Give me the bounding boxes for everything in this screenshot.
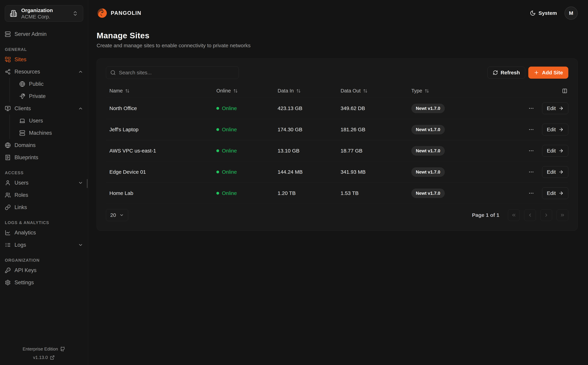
table-row: AWS VPC us-east-1 Online 13.10 GB 18.77 …	[106, 140, 568, 161]
column-label: Type	[411, 88, 422, 94]
sidebar-item-resources[interactable]: Resources	[5, 66, 83, 78]
brand[interactable]: PANGOLIN	[97, 7, 141, 19]
sidebar-item-label: Sites	[14, 56, 83, 63]
page-size-select[interactable]: 20	[106, 209, 128, 221]
column-label: Data Out	[341, 88, 361, 94]
column-header-data-out[interactable]: Data Out	[337, 88, 408, 94]
sidebar-scrollbar-thumb[interactable]	[87, 179, 88, 188]
edit-label: Edit	[547, 190, 556, 196]
chevron-down-icon	[78, 180, 83, 185]
section-label-organization: ORGANIZATION	[5, 258, 83, 263]
theme-toggle[interactable]: System	[530, 10, 557, 16]
external-link-icon[interactable]	[50, 355, 55, 360]
chart-line-icon	[5, 230, 11, 236]
logs-icon	[5, 242, 11, 248]
next-page-button[interactable]	[540, 209, 552, 221]
sidebar-item-settings[interactable]: Settings	[5, 276, 83, 288]
sidebar-item-private[interactable]: Private	[19, 90, 83, 102]
receipt-icon	[5, 154, 11, 161]
actions-cell: Edit	[504, 187, 568, 199]
sidebar-item-label: Blueprints	[14, 154, 83, 161]
search-input[interactable]	[119, 70, 234, 76]
edit-button[interactable]: Edit	[542, 102, 568, 114]
actions-cell: Edit	[504, 102, 568, 114]
github-icon[interactable]	[60, 347, 65, 352]
sort-icon[interactable]	[425, 89, 429, 93]
search-icon	[110, 70, 116, 75]
type-badge: Newt v1.7.0	[411, 146, 445, 156]
refresh-button[interactable]: Refresh	[487, 67, 525, 79]
plus-icon	[534, 70, 539, 75]
sidebar-item-sites[interactable]: Sites	[5, 53, 83, 66]
sidebar-item-server-admin[interactable]: Server Admin	[5, 28, 83, 40]
last-page-button[interactable]	[557, 209, 568, 221]
sidebar-item-machines[interactable]: Machines	[19, 127, 83, 139]
sidebar-item-clients[interactable]: Clients	[5, 102, 83, 114]
search-box	[106, 66, 239, 79]
column-header-data-in[interactable]: Data In	[274, 88, 337, 94]
row-menu-button[interactable]	[527, 168, 536, 176]
column-header-type[interactable]: Type	[408, 88, 504, 94]
edit-button[interactable]: Edit	[542, 124, 568, 135]
status-cell: Online	[213, 105, 274, 111]
sort-icon[interactable]	[296, 89, 301, 93]
table-row: Edge Device 01 Online 144.24 MB 341.93 M…	[106, 161, 568, 183]
sidebar-item-api-keys[interactable]: API Keys	[5, 264, 83, 276]
column-header-online[interactable]: Online	[213, 88, 274, 94]
row-menu-button[interactable]	[527, 104, 536, 113]
table-row: Home Lab Online 1.20 TB 1.53 TB Newt v1.…	[106, 183, 568, 204]
sidebar-item-domains[interactable]: Domains	[5, 139, 83, 151]
site-name: AWS VPC us-east-1	[106, 148, 213, 154]
edit-button[interactable]: Edit	[542, 166, 568, 178]
org-switcher[interactable]: Organization ACME Corp.	[5, 5, 83, 22]
edit-button[interactable]: Edit	[542, 187, 568, 199]
section-label-general: GENERAL	[5, 47, 83, 52]
type-badge: Newt v1.7.0	[411, 167, 445, 177]
edit-label: Edit	[547, 126, 556, 133]
sidebar-item-links[interactable]: Links	[5, 201, 83, 213]
columns-icon[interactable]	[562, 88, 567, 93]
gear-icon	[5, 280, 11, 286]
avatar[interactable]: M	[565, 7, 578, 20]
sidebar-item-label: Domains	[14, 142, 83, 148]
sidebar-item-blueprints[interactable]: Blueprints	[5, 151, 83, 163]
previous-page-button[interactable]	[524, 209, 536, 221]
table-header: Name Online Data In Data Out Type	[106, 84, 568, 98]
data-in-value: 13.10 GB	[274, 148, 337, 154]
data-out-value: 349.62 DB	[337, 105, 408, 111]
first-page-button[interactable]	[508, 209, 520, 221]
status-badge: Online	[222, 105, 237, 111]
column-label: Online	[216, 88, 231, 94]
arrow-right-icon	[559, 191, 564, 196]
arrow-right-icon	[559, 169, 564, 175]
add-site-label: Add Site	[542, 70, 563, 76]
column-header-name[interactable]: Name	[106, 88, 213, 94]
topbar: PANGOLIN System M	[97, 0, 578, 26]
edition-label: Enterprise Edition	[23, 346, 58, 352]
sidebar-item-users[interactable]: Users	[5, 177, 83, 189]
type-badge: Newt v1.7.0	[411, 189, 445, 198]
add-site-button[interactable]: Add Site	[528, 67, 568, 79]
row-menu-button[interactable]	[527, 147, 536, 155]
column-label: Name	[109, 88, 123, 94]
refresh-label: Refresh	[501, 70, 520, 76]
sidebar-item-client-users[interactable]: Users	[19, 114, 83, 127]
sidebar-item-roles[interactable]: Roles	[5, 189, 83, 201]
sort-icon[interactable]	[233, 89, 238, 93]
page-info: Page 1 of 1	[472, 212, 499, 218]
sort-icon[interactable]	[125, 89, 130, 93]
edit-button[interactable]: Edit	[542, 145, 568, 157]
row-menu-button[interactable]	[527, 125, 536, 134]
sort-icon[interactable]	[363, 89, 367, 93]
sidebar-item-logs[interactable]: Logs	[5, 239, 83, 251]
status-badge: Online	[222, 169, 237, 175]
sidebar-item-public[interactable]: Public	[19, 78, 83, 90]
status-cell: Online	[213, 148, 274, 154]
version-label[interactable]: v1.13.0	[33, 355, 48, 360]
row-menu-button[interactable]	[527, 189, 536, 197]
sidebar-item-label: Analytics	[14, 230, 83, 236]
edit-label: Edit	[547, 169, 556, 175]
site-name: Jeff's Laptop	[106, 126, 213, 133]
table-row: North Office Online 423.13 GB 349.62 DB …	[106, 98, 568, 119]
sidebar-item-analytics[interactable]: Analytics	[5, 226, 83, 239]
